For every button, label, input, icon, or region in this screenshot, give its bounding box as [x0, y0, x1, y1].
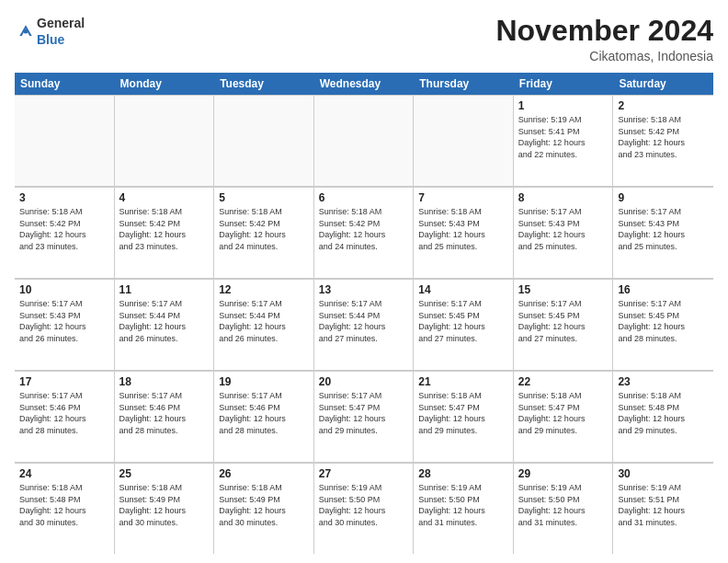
- logo: General Blue: [15, 15, 85, 48]
- day-number: 23: [618, 375, 709, 388]
- day-number: 9: [618, 191, 709, 204]
- day-info: Sunrise: 5:19 AM Sunset: 5:50 PM Dayligh…: [319, 482, 409, 528]
- cal-cell: 12Sunrise: 5:17 AM Sunset: 5:44 PM Dayli…: [214, 280, 314, 370]
- day-number: 10: [19, 283, 109, 296]
- cal-cell: 29Sunrise: 5:19 AM Sunset: 5:50 PM Dayli…: [514, 464, 614, 554]
- calendar-body: 1Sunrise: 5:19 AM Sunset: 5:41 PM Daylig…: [15, 95, 713, 554]
- day-number: 20: [319, 375, 409, 388]
- title-block: November 2024 Cikatomas, Indonesia: [495, 15, 713, 63]
- day-info: Sunrise: 5:18 AM Sunset: 5:48 PM Dayligh…: [19, 482, 109, 528]
- header: General Blue November 2024 Cikatomas, In…: [15, 15, 713, 63]
- cal-row-3: 17Sunrise: 5:17 AM Sunset: 5:46 PM Dayli…: [15, 371, 713, 463]
- day-number: 15: [518, 283, 609, 296]
- cal-cell: 7Sunrise: 5:18 AM Sunset: 5:43 PM Daylig…: [414, 188, 514, 278]
- day-info: Sunrise: 5:17 AM Sunset: 5:44 PM Dayligh…: [219, 298, 309, 344]
- cal-cell: 24Sunrise: 5:18 AM Sunset: 5:48 PM Dayli…: [15, 464, 115, 554]
- calendar-header: SundayMondayTuesdayWednesdayThursdayFrid…: [15, 73, 713, 95]
- day-info: Sunrise: 5:18 AM Sunset: 5:42 PM Dayligh…: [19, 206, 109, 252]
- day-number: 3: [19, 191, 109, 204]
- cal-cell: [314, 96, 415, 186]
- day-number: 13: [319, 283, 409, 296]
- day-number: 4: [119, 191, 210, 204]
- cal-header-wednesday: Wednesday: [314, 73, 415, 95]
- cal-cell: 28Sunrise: 5:19 AM Sunset: 5:50 PM Dayli…: [414, 464, 514, 554]
- cal-header-sunday: Sunday: [15, 73, 115, 95]
- cal-row-2: 10Sunrise: 5:17 AM Sunset: 5:43 PM Dayli…: [15, 279, 713, 371]
- day-number: 2: [618, 99, 709, 112]
- day-info: Sunrise: 5:18 AM Sunset: 5:49 PM Dayligh…: [119, 482, 210, 528]
- cal-cell: 2Sunrise: 5:18 AM Sunset: 5:42 PM Daylig…: [613, 96, 713, 186]
- day-number: 14: [418, 283, 508, 296]
- cal-cell: 9Sunrise: 5:17 AM Sunset: 5:43 PM Daylig…: [613, 188, 713, 278]
- day-number: 16: [618, 283, 709, 296]
- svg-point-2: [24, 29, 28, 34]
- day-number: 24: [19, 467, 109, 480]
- day-number: 18: [119, 375, 210, 388]
- day-info: Sunrise: 5:19 AM Sunset: 5:50 PM Dayligh…: [518, 482, 609, 528]
- logo-blue: Blue: [37, 32, 64, 47]
- day-number: 27: [319, 467, 409, 480]
- day-info: Sunrise: 5:17 AM Sunset: 5:43 PM Dayligh…: [618, 206, 709, 252]
- day-info: Sunrise: 5:17 AM Sunset: 5:43 PM Dayligh…: [19, 298, 109, 344]
- day-number: 22: [518, 375, 609, 388]
- cal-header-thursday: Thursday: [414, 73, 514, 95]
- calendar: SundayMondayTuesdayWednesdayThursdayFrid…: [15, 73, 713, 554]
- day-info: Sunrise: 5:19 AM Sunset: 5:51 PM Dayligh…: [618, 482, 709, 528]
- cal-cell: 17Sunrise: 5:17 AM Sunset: 5:46 PM Dayli…: [15, 372, 115, 462]
- day-info: Sunrise: 5:17 AM Sunset: 5:45 PM Dayligh…: [418, 298, 508, 344]
- cal-cell: 19Sunrise: 5:17 AM Sunset: 5:46 PM Dayli…: [214, 372, 314, 462]
- cal-cell: 23Sunrise: 5:18 AM Sunset: 5:48 PM Dayli…: [613, 372, 713, 462]
- location: Cikatomas, Indonesia: [495, 49, 713, 63]
- cal-cell: 11Sunrise: 5:17 AM Sunset: 5:44 PM Dayli…: [115, 280, 215, 370]
- cal-header-monday: Monday: [115, 73, 215, 95]
- cal-cell: 1Sunrise: 5:19 AM Sunset: 5:41 PM Daylig…: [514, 96, 614, 186]
- day-info: Sunrise: 5:18 AM Sunset: 5:42 PM Dayligh…: [319, 206, 409, 252]
- day-number: 1: [518, 99, 609, 112]
- day-number: 28: [418, 467, 508, 480]
- cal-row-1: 3Sunrise: 5:18 AM Sunset: 5:42 PM Daylig…: [15, 187, 713, 279]
- cal-cell: 5Sunrise: 5:18 AM Sunset: 5:42 PM Daylig…: [214, 188, 314, 278]
- day-info: Sunrise: 5:18 AM Sunset: 5:48 PM Dayligh…: [618, 390, 709, 436]
- day-info: Sunrise: 5:18 AM Sunset: 5:42 PM Dayligh…: [618, 114, 709, 160]
- day-number: 29: [518, 467, 609, 480]
- day-info: Sunrise: 5:17 AM Sunset: 5:47 PM Dayligh…: [319, 390, 409, 436]
- cal-cell: 21Sunrise: 5:18 AM Sunset: 5:47 PM Dayli…: [414, 372, 514, 462]
- day-number: 7: [418, 191, 508, 204]
- day-number: 5: [219, 191, 309, 204]
- cal-header-saturday: Saturday: [613, 73, 713, 95]
- cal-cell: [115, 96, 215, 186]
- month-year: November 2024: [495, 15, 713, 47]
- day-info: Sunrise: 5:19 AM Sunset: 5:41 PM Dayligh…: [518, 114, 609, 160]
- cal-cell: 15Sunrise: 5:17 AM Sunset: 5:45 PM Dayli…: [514, 280, 614, 370]
- cal-cell: 27Sunrise: 5:19 AM Sunset: 5:50 PM Dayli…: [314, 464, 415, 554]
- day-info: Sunrise: 5:17 AM Sunset: 5:46 PM Dayligh…: [219, 390, 309, 436]
- day-info: Sunrise: 5:18 AM Sunset: 5:49 PM Dayligh…: [219, 482, 309, 528]
- day-number: 19: [219, 375, 309, 388]
- cal-header-tuesday: Tuesday: [214, 73, 314, 95]
- cal-cell: [214, 96, 314, 186]
- page: General Blue November 2024 Cikatomas, In…: [0, 0, 728, 563]
- cal-cell: [15, 96, 115, 186]
- day-info: Sunrise: 5:17 AM Sunset: 5:46 PM Dayligh…: [19, 390, 109, 436]
- cal-cell: 18Sunrise: 5:17 AM Sunset: 5:46 PM Dayli…: [115, 372, 215, 462]
- cal-header-friday: Friday: [514, 73, 614, 95]
- cal-cell: 16Sunrise: 5:17 AM Sunset: 5:45 PM Dayli…: [613, 280, 713, 370]
- cal-cell: 13Sunrise: 5:17 AM Sunset: 5:44 PM Dayli…: [314, 280, 415, 370]
- cal-cell: 8Sunrise: 5:17 AM Sunset: 5:43 PM Daylig…: [514, 188, 614, 278]
- day-number: 8: [518, 191, 609, 204]
- day-info: Sunrise: 5:19 AM Sunset: 5:50 PM Dayligh…: [418, 482, 508, 528]
- day-info: Sunrise: 5:17 AM Sunset: 5:44 PM Dayligh…: [319, 298, 409, 344]
- day-info: Sunrise: 5:17 AM Sunset: 5:45 PM Dayligh…: [518, 298, 609, 344]
- day-number: 17: [19, 375, 109, 388]
- cal-cell: 20Sunrise: 5:17 AM Sunset: 5:47 PM Dayli…: [314, 372, 415, 462]
- day-info: Sunrise: 5:18 AM Sunset: 5:42 PM Dayligh…: [119, 206, 210, 252]
- cal-cell: [414, 96, 514, 186]
- day-info: Sunrise: 5:17 AM Sunset: 5:44 PM Dayligh…: [119, 298, 210, 344]
- day-number: 12: [219, 283, 309, 296]
- cal-cell: 26Sunrise: 5:18 AM Sunset: 5:49 PM Dayli…: [214, 464, 314, 554]
- day-number: 21: [418, 375, 508, 388]
- day-info: Sunrise: 5:18 AM Sunset: 5:47 PM Dayligh…: [518, 390, 609, 436]
- logo-general: General: [37, 16, 85, 30]
- day-number: 30: [618, 467, 709, 480]
- logo-icon: [17, 22, 35, 40]
